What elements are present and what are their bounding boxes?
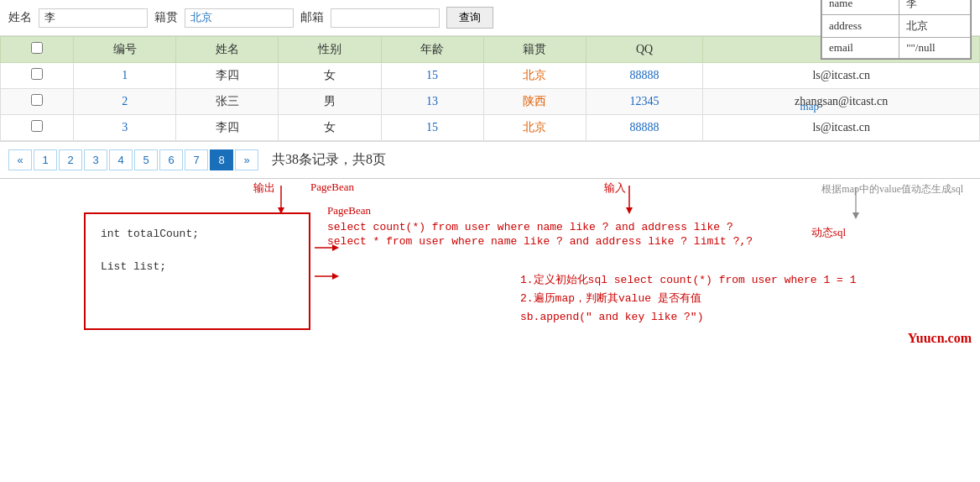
row-gender: 男 xyxy=(279,89,381,115)
map-label: map xyxy=(800,100,819,113)
dynamic-sql-label: 动态sql xyxy=(811,225,846,240)
bottom-text-block: 1.定义初始化sql select count(*) from user whe… xyxy=(520,271,856,327)
row-email: ls@itcast.cn xyxy=(703,115,980,141)
col-gender: 性别 xyxy=(279,37,381,63)
sql-line-2: select * from user where name like ? and… xyxy=(327,235,753,248)
email-input[interactable] xyxy=(331,8,440,28)
pagination: « 1 2 3 4 5 6 7 8 » xyxy=(8,149,258,170)
col-id: 编号 xyxy=(74,37,176,63)
row-name: 李四 xyxy=(176,115,279,141)
row-id: 1 xyxy=(74,63,176,89)
map-key-name: name xyxy=(822,0,899,15)
table-row: 3 李四 女 15 北京 88888 ls@itcast.cn xyxy=(1,115,980,141)
origin-label: 籍贯 xyxy=(154,10,178,25)
search-button[interactable]: 查询 xyxy=(446,7,493,29)
row-checkbox-input[interactable] xyxy=(31,68,43,80)
bottom-text-3: sb.append(" and key like ?") xyxy=(520,308,856,327)
map-row-email: email ""/null xyxy=(822,38,971,59)
page-info: 共38条记录，共8页 xyxy=(272,151,386,169)
row-checkbox xyxy=(1,115,74,141)
page-5-button[interactable]: 5 xyxy=(134,149,158,170)
map-row-address: address 北京 xyxy=(822,15,971,38)
row-age: 13 xyxy=(381,89,483,115)
row-age: 15 xyxy=(381,63,483,89)
row-id: 3 xyxy=(74,115,176,141)
brand: Yuucn.com xyxy=(908,331,972,346)
row-id: 2 xyxy=(74,89,176,115)
pb-line-2: List list; xyxy=(101,260,294,273)
diagram-area: 输出 PageBean 输入 根据map中的value值动态生成sql int … xyxy=(0,178,980,354)
origin-input[interactable] xyxy=(185,8,294,28)
pb-int-total: int totalCount; xyxy=(101,228,294,240)
sql-line-1: select count(*) from user where name lik… xyxy=(327,221,753,233)
pagebean-box: int totalCount; List list; xyxy=(84,212,310,330)
table-row: 2 张三 男 13 陕西 12345 zhangsan@itcast.cn xyxy=(1,89,980,115)
name-label: 姓名 xyxy=(8,10,32,25)
row-qq: 88888 xyxy=(586,115,703,141)
page-7-button[interactable]: 7 xyxy=(185,149,208,170)
table-row: 1 李四 女 15 北京 88888 ls@itcast.cn xyxy=(1,63,980,89)
page-4-button[interactable]: 4 xyxy=(109,149,133,170)
row-age: 15 xyxy=(381,115,483,141)
sql-area: PageBean select count(*) from user where… xyxy=(327,204,753,249)
svg-marker-9 xyxy=(852,212,859,219)
row-checkbox xyxy=(1,89,74,115)
page-8-button[interactable]: 8 xyxy=(210,149,233,170)
pb-title: PageBean xyxy=(327,204,753,217)
row-qq: 88888 xyxy=(586,63,703,89)
row-email: ls@itcast.cn xyxy=(703,63,980,89)
row-checkbox-input[interactable] xyxy=(31,94,43,106)
input-label: 输入 xyxy=(604,181,626,196)
svg-marker-7 xyxy=(332,273,339,280)
page-6-button[interactable]: 6 xyxy=(159,149,183,170)
next-page-button[interactable]: » xyxy=(235,149,258,170)
page-3-button[interactable]: 3 xyxy=(84,149,107,170)
row-origin: 北京 xyxy=(483,63,586,89)
row-name: 张三 xyxy=(176,89,279,115)
map-val-name: 李 xyxy=(899,0,971,15)
col-age: 年龄 xyxy=(381,37,483,63)
row-gender: 女 xyxy=(279,115,381,141)
map-val-address: 北京 xyxy=(899,15,971,38)
map-val-email: ""/null xyxy=(899,38,971,59)
row-origin: 陕西 xyxy=(483,89,586,115)
name-input[interactable] xyxy=(39,8,148,28)
map-popup: name 李 address 北京 email ""/null xyxy=(821,0,972,60)
row-checkbox xyxy=(1,63,74,89)
select-all-checkbox[interactable] xyxy=(31,42,43,54)
row-gender: 女 xyxy=(279,63,381,89)
row-name: 李四 xyxy=(176,63,279,89)
row-email: zhangsan@itcast.cn xyxy=(703,89,980,115)
col-qq: QQ xyxy=(586,37,703,63)
pagination-area: « 1 2 3 4 5 6 7 8 » 共38条记录，共8页 map name … xyxy=(0,141,980,178)
page-2-button[interactable]: 2 xyxy=(59,149,82,170)
map-row-name: name 李 xyxy=(822,0,971,15)
row-checkbox-input[interactable] xyxy=(31,120,43,132)
col-name: 姓名 xyxy=(176,37,279,63)
prev-page-button[interactable]: « xyxy=(8,149,32,170)
col-origin: 籍贯 xyxy=(483,37,586,63)
email-label: 邮箱 xyxy=(300,10,324,25)
col-checkbox xyxy=(1,37,74,63)
output-label: 输出 xyxy=(253,181,275,196)
map-key-address: address xyxy=(822,15,899,38)
row-qq: 12345 xyxy=(586,89,703,115)
map-sql-desc: 根据map中的value值动态生成sql xyxy=(821,182,963,196)
pagebean-top-label: PageBean xyxy=(310,181,354,194)
pb-list: List list; xyxy=(101,260,294,273)
bottom-text-1: 1.定义初始化sql select count(*) from user whe… xyxy=(520,271,856,290)
row-origin: 北京 xyxy=(483,115,586,141)
page-1-button[interactable]: 1 xyxy=(34,149,57,170)
pb-line-1: int totalCount; xyxy=(101,228,294,240)
bottom-text-2: 2.遍历map，判断其value 是否有值 xyxy=(520,290,856,308)
map-key-email: email xyxy=(822,38,899,59)
